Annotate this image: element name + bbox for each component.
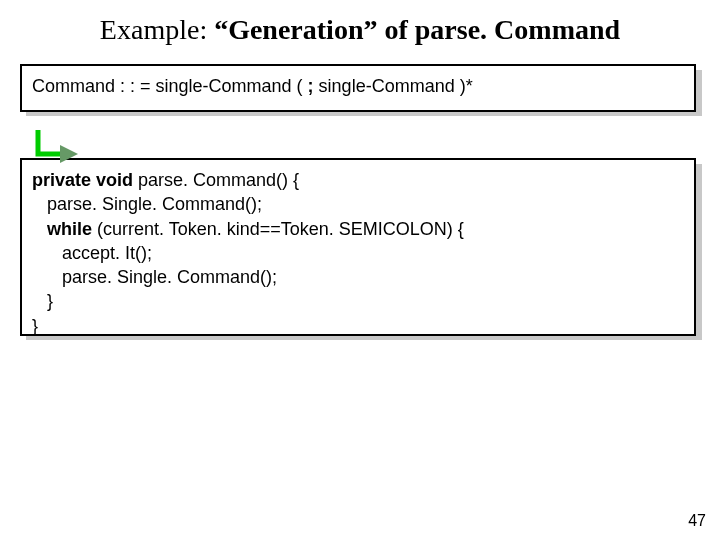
code-l3a	[32, 219, 47, 239]
code-l1b: parse. Command() {	[133, 170, 299, 190]
code-line-5: parse. Single. Command();	[32, 265, 684, 289]
code-line-4: accept. It();	[32, 241, 684, 265]
derives-arrow-icon	[22, 128, 82, 178]
grammar-box: Command : : = single-Command ( ; single-…	[20, 64, 696, 112]
code-line-1: private void parse. Command() {	[32, 168, 684, 192]
code-box: private void parse. Command() { parse. S…	[20, 158, 696, 336]
arrow-head	[60, 145, 78, 163]
kw-while: while	[47, 219, 92, 239]
grammar-lhs: Command : : = single-Command (	[32, 76, 308, 96]
arrow-stem	[38, 130, 62, 154]
title-quoted: “Generation”	[214, 14, 377, 45]
grammar-box-wrap: Command : : = single-Command ( ; single-…	[20, 64, 696, 110]
page-number: 47	[688, 512, 706, 530]
title-prefix: Example:	[100, 14, 214, 45]
grammar-rhs: single-Command )*	[314, 76, 473, 96]
code-box-wrap: private void parse. Command() { parse. S…	[20, 158, 696, 334]
title-suffix: of parse. Command	[377, 14, 620, 45]
code-line-6: }	[32, 289, 684, 313]
code-l3c: (current. Token. kind==Token. SEMICOLON)…	[92, 219, 464, 239]
code-line-3: while (current. Token. kind==Token. SEMI…	[32, 217, 684, 241]
code-line-7: }	[32, 314, 684, 338]
code-line-2: parse. Single. Command();	[32, 192, 684, 216]
slide-title: Example: “Generation” of parse. Command	[0, 14, 720, 46]
